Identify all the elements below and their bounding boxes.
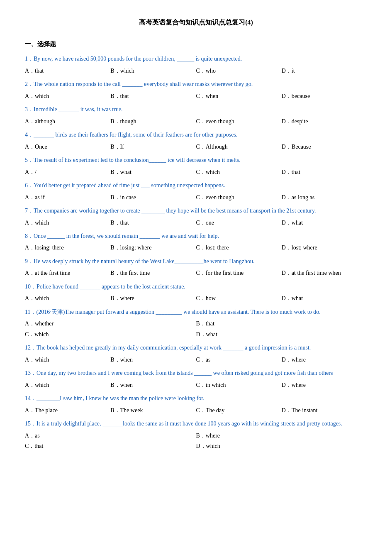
options-row-14: A．The placeB．The weekC．The dayD．The inst… [25, 405, 367, 416]
question-14: 14．________I saw him, I knew he was the … [25, 394, 367, 416]
question-15: 15．It is a truly delightful place, _____… [25, 419, 367, 451]
option-1-0: A．that [25, 66, 110, 76]
option-4-0: A．Once [25, 142, 110, 152]
option-2-1: B．that [110, 91, 196, 101]
option-1-1: B．which [110, 66, 196, 76]
question-text-7: 7．The companies are working together to … [25, 206, 367, 216]
question-4: 4．_______ birds use their feathers for f… [25, 130, 367, 152]
option-15-0: C．that [25, 441, 196, 451]
option-13-0: A．which [25, 380, 110, 390]
option-15-1: D．which [196, 441, 368, 451]
option-8-2: C．lost; there [196, 242, 282, 253]
option-3-2: C．even though [196, 116, 282, 127]
question-9: 9．He was deeply struck by the natural be… [25, 257, 367, 279]
question-text-3: 3．Incredible _______ it was, it was true… [25, 105, 367, 115]
option-5-2: C．which [196, 167, 282, 177]
option-13-3: D．where [282, 380, 367, 390]
option-10-0: A．which [25, 293, 110, 303]
options-row-3: A．althoughB．thoughC．even thoughD．despite [25, 116, 367, 127]
question-3: 3．Incredible _______ it was, it was true… [25, 105, 367, 127]
option-4-2: C．Although [196, 142, 282, 152]
option-12-3: D．where [282, 355, 367, 365]
question-text-2: 2．The whole nation responds to the call … [25, 79, 367, 89]
option-9-2: C．for the first time [196, 268, 282, 278]
option-14-3: D．The instant [282, 405, 367, 416]
question-text-8: 8．Once ______ in the forest, we should r… [25, 231, 367, 241]
section-title: 一、选择题 [25, 39, 367, 50]
option-14-0: A．The place [25, 405, 110, 416]
options-row-7: A．whichB．thatC．oneD．what [25, 218, 367, 228]
options-row-8: A．losing; thereB．losing; whereC．lost; th… [25, 242, 367, 253]
options-row-1: A．thatB．whichC．whoD．it [25, 66, 367, 76]
option-7-3: D．what [282, 218, 367, 228]
question-11: 11．(2016·天津)The manager put forward a su… [25, 307, 367, 340]
option-15-1: B．where [196, 430, 368, 441]
options-row-10: A．whichB．whereC．howD．what [25, 293, 367, 303]
option-9-0: A．at the first time [25, 268, 110, 278]
question-text-10: 10．Police have found _______ appears to … [25, 282, 367, 292]
option-3-0: A．although [25, 116, 110, 127]
question-text-15: 15．It is a truly delightful place, _____… [25, 419, 367, 429]
option-8-3: D．lost; where [282, 242, 367, 253]
option-6-3: D．as long as [282, 192, 367, 203]
option-10-3: D．what [282, 293, 367, 303]
option-13-1: B．when [110, 380, 196, 390]
option-7-2: C．one [196, 218, 282, 228]
option-9-3: D．at the first time when [282, 268, 367, 278]
option-9-1: B．the first time [110, 268, 196, 278]
option-2-0: A．which [25, 91, 110, 101]
option-10-1: B．where [110, 293, 196, 303]
option-11-1: B．that [196, 318, 368, 329]
question-text-5: 5．The result of his experiment led to th… [25, 155, 367, 165]
question-text-11: 11．(2016·天津)The manager put forward a su… [25, 307, 367, 317]
options-row-9: A．at the first timeB．the first timeC．for… [25, 268, 367, 278]
option-2-3: D．because [282, 91, 367, 101]
question-6: 6．You'd better get it prepared ahead of … [25, 181, 367, 203]
option-12-2: C．as [196, 355, 282, 365]
option-12-1: B．when [110, 355, 196, 365]
question-12: 12．The book has helped me greatly in my … [25, 343, 367, 365]
options-grid-11: A．whetherB．thatC．whichD．what [25, 318, 367, 339]
options-row-2: A．whichB．thatC．whenD．because [25, 91, 367, 101]
option-7-0: A．which [25, 218, 110, 228]
question-10: 10．Police have found _______ appears to … [25, 282, 367, 304]
option-12-0: A．which [25, 355, 110, 365]
option-14-1: B．The week [110, 405, 196, 416]
option-5-3: D．that [282, 167, 367, 177]
option-8-0: A．losing; there [25, 242, 110, 253]
option-3-1: B．though [110, 116, 196, 127]
option-13-2: C．in which [196, 380, 282, 390]
question-5: 5．The result of his experiment led to th… [25, 155, 367, 177]
option-5-1: B．what [110, 167, 196, 177]
option-1-3: D．it [282, 66, 367, 76]
option-11-1: D．what [196, 329, 368, 340]
option-6-0: A．as if [25, 192, 110, 203]
option-3-3: D．despite [282, 116, 367, 127]
question-text-1: 1．By now, we have raised 50,000 pounds f… [25, 54, 367, 64]
option-7-1: B．that [110, 218, 196, 228]
question-text-9: 9．He was deeply struck by the natural be… [25, 257, 367, 266]
option-4-1: B．If [110, 142, 196, 152]
question-text-4: 4．_______ birds use their feathers for f… [25, 130, 367, 140]
option-11-0: A．whether [25, 318, 196, 329]
question-2: 2．The whole nation responds to the call … [25, 79, 367, 101]
option-4-3: D．Because [282, 142, 367, 152]
options-row-12: A．whichB．whenC．asD．where [25, 355, 367, 365]
option-10-2: C．how [196, 293, 282, 303]
option-6-2: C．even though [196, 192, 282, 203]
question-8: 8．Once ______ in the forest, we should r… [25, 231, 367, 253]
option-15-0: A．as [25, 430, 196, 441]
options-row-4: A．OnceB．IfC．AlthoughD．Because [25, 142, 367, 152]
option-8-1: B．losing; where [110, 242, 196, 253]
questions-container: 1．By now, we have raised 50,000 pounds f… [25, 54, 367, 451]
question-1: 1．By now, we have raised 50,000 pounds f… [25, 54, 367, 76]
option-1-2: C．who [196, 66, 282, 76]
option-5-0: A．/ [25, 167, 110, 177]
options-row-6: A．as ifB．in caseC．even thoughD．as long a… [25, 192, 367, 203]
option-14-2: C．The day [196, 405, 282, 416]
option-6-1: B．in case [110, 192, 196, 203]
options-row-5: A．/B．whatC．whichD．that [25, 167, 367, 177]
question-text-14: 14．________I saw him, I knew he was the … [25, 394, 367, 403]
option-11-0: C．which [25, 329, 196, 340]
question-text-6: 6．You'd better get it prepared ahead of … [25, 181, 367, 191]
